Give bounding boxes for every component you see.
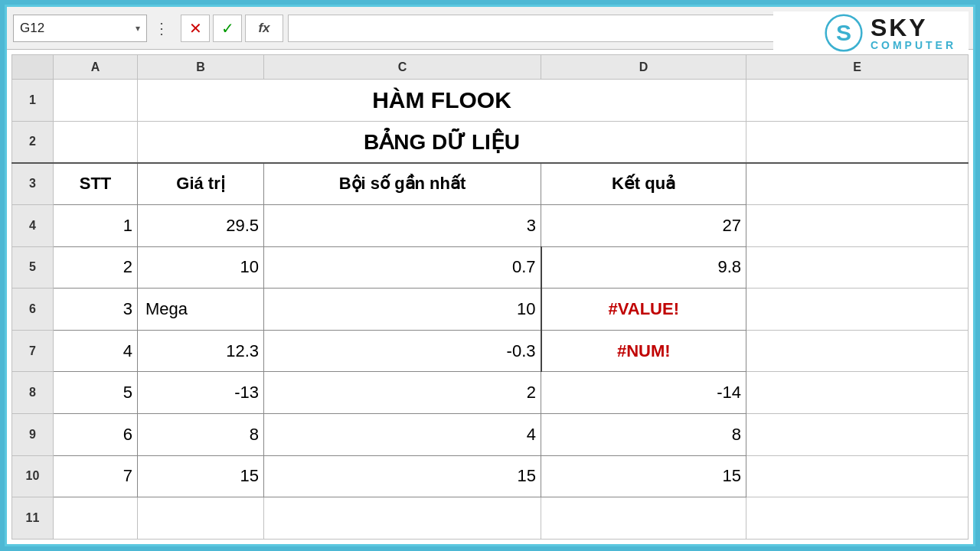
cell-reference-box[interactable]: G12 ▾	[13, 15, 147, 42]
cell-c5[interactable]: 0.7	[264, 246, 541, 289]
cell-d5[interactable]: 9.8	[541, 246, 746, 289]
cell-d7[interactable]: #NUM!	[541, 330, 746, 372]
confirm-icon: ✓	[221, 19, 234, 37]
cell-a8[interactable]: 5	[54, 372, 138, 414]
cell-d3[interactable]: Kết quả	[541, 163, 746, 205]
row-header-6: 6	[12, 289, 54, 331]
cell-b9[interactable]: 8	[138, 414, 264, 456]
cell-b6[interactable]: Mega	[138, 289, 264, 331]
sky-logo-icon: S	[825, 14, 863, 52]
cell-e5[interactable]	[746, 246, 969, 289]
table-row: 8 5 -13 2 -14	[12, 372, 969, 414]
row-header-11: 11	[12, 497, 54, 540]
table-row: 7 4 12.3 -0.3 #NUM!	[12, 330, 969, 372]
formula-bar: G12 ▾ ⋮ ✕ ✓ fx S SKY	[7, 7, 973, 50]
cell-c6[interactable]: 10	[264, 289, 541, 331]
cell-e8[interactable]	[746, 372, 969, 414]
cell-b3[interactable]: Giá trị	[138, 163, 264, 205]
logo-text: SKY COMPUTER	[871, 15, 956, 51]
cell-reference-text: G12	[20, 21, 44, 36]
cell-a1[interactable]	[54, 80, 138, 122]
fx-button[interactable]: fx	[245, 15, 283, 42]
column-header-a[interactable]: A	[54, 55, 138, 80]
cell-e3[interactable]	[746, 163, 969, 205]
column-header-d[interactable]: D	[541, 55, 746, 80]
cell-e7[interactable]	[746, 330, 969, 372]
row-header-10: 10	[12, 455, 54, 497]
cell-a10[interactable]: 7	[54, 455, 138, 497]
cell-a4[interactable]: 1	[54, 204, 138, 246]
table-row: 9 6 8 4 8	[12, 414, 969, 456]
cell-d9[interactable]: 8	[541, 414, 746, 456]
column-header-c[interactable]: C	[264, 55, 541, 80]
cell-d6[interactable]: #VALUE!	[541, 289, 746, 331]
table-row: 3 STT Giá trị Bội số gần nhất Kết quả	[12, 163, 969, 205]
cell-a7[interactable]: 4	[54, 330, 138, 372]
cell-c3[interactable]: Bội số gần nhất	[264, 163, 541, 205]
row-header-5: 5	[12, 246, 54, 289]
cell-b8[interactable]: -13	[138, 372, 264, 414]
cell-a6[interactable]: 3	[54, 289, 138, 331]
table-row: 6 3 Mega 10 #VALUE!	[12, 289, 969, 331]
cell-c7[interactable]: -0.3	[264, 330, 541, 372]
cell-e9[interactable]	[746, 414, 969, 456]
table-row: 10 7 15 15 15	[12, 455, 969, 497]
spreadsheet-table: A B C D E 1 HÀM FLOOK 2	[11, 54, 969, 540]
row-header-4: 4	[12, 204, 54, 246]
table-row: 1 HÀM FLOOK	[12, 80, 969, 122]
cell-c4[interactable]: 3	[264, 204, 541, 246]
table-row: 2 BẢNG DỮ LIỆU	[12, 121, 969, 163]
row-header-2: 2	[12, 121, 54, 163]
cancel-formula-button[interactable]: ✕	[181, 15, 210, 42]
computer-text: COMPUTER	[871, 40, 956, 51]
sky-text: SKY	[871, 15, 928, 40]
formula-actions: ✕ ✓ fx	[181, 15, 283, 42]
cell-a9[interactable]: 6	[54, 414, 138, 456]
row-header-7: 7	[12, 330, 54, 372]
confirm-formula-button[interactable]: ✓	[213, 15, 242, 42]
cell-d8[interactable]: -14	[541, 372, 746, 414]
cancel-icon: ✕	[189, 19, 202, 37]
cell-e4[interactable]	[746, 204, 969, 246]
cell-c10[interactable]: 15	[264, 455, 541, 497]
cell-b11[interactable]	[138, 497, 264, 540]
row-header-8: 8	[12, 372, 54, 414]
table-row: 4 1 29.5 3 27	[12, 204, 969, 246]
cell-e2[interactable]	[746, 121, 969, 163]
cell-b5[interactable]: 10	[138, 246, 264, 289]
row-header-9: 9	[12, 414, 54, 456]
cell-e6[interactable]	[746, 289, 969, 331]
cell-e10[interactable]	[746, 455, 969, 497]
fx-label: fx	[258, 21, 270, 36]
column-header-b[interactable]: B	[138, 55, 264, 80]
cell-e11[interactable]	[746, 497, 969, 540]
table-row: 5 2 10 0.7 9.8	[12, 246, 969, 289]
cell-b7[interactable]: 12.3	[138, 330, 264, 372]
cell-d11[interactable]	[541, 497, 746, 540]
cell-d10[interactable]: 15	[541, 455, 746, 497]
cell-c11[interactable]	[264, 497, 541, 540]
more-options-button[interactable]: ⋮	[152, 18, 173, 39]
cell-c9[interactable]: 4	[264, 414, 541, 456]
cell-a5[interactable]: 2	[54, 246, 138, 289]
cell-a3[interactable]: STT	[54, 163, 138, 205]
cell-ref-dropdown-icon[interactable]: ▾	[136, 23, 140, 34]
cell-a11[interactable]	[54, 497, 138, 540]
logo-area: S SKY COMPUTER	[773, 11, 969, 54]
cell-e1[interactable]	[746, 80, 969, 122]
table-row: 11	[12, 497, 969, 540]
cell-d4[interactable]: 27	[541, 204, 746, 246]
cell-b10[interactable]: 15	[138, 455, 264, 497]
spreadsheet: A B C D E 1 HÀM FLOOK 2	[11, 54, 969, 540]
column-header-e[interactable]: E	[746, 55, 969, 80]
cell-a2[interactable]	[54, 121, 138, 163]
row-header-3: 3	[12, 163, 54, 205]
cell-subtitle[interactable]: BẢNG DỮ LIỆU	[138, 121, 746, 163]
svg-text:S: S	[836, 20, 851, 45]
select-all-button[interactable]	[12, 55, 54, 80]
cell-title[interactable]: HÀM FLOOK	[138, 80, 746, 122]
cell-b4[interactable]: 29.5	[138, 204, 264, 246]
cell-c8[interactable]: 2	[264, 372, 541, 414]
row-header-1: 1	[12, 80, 54, 122]
